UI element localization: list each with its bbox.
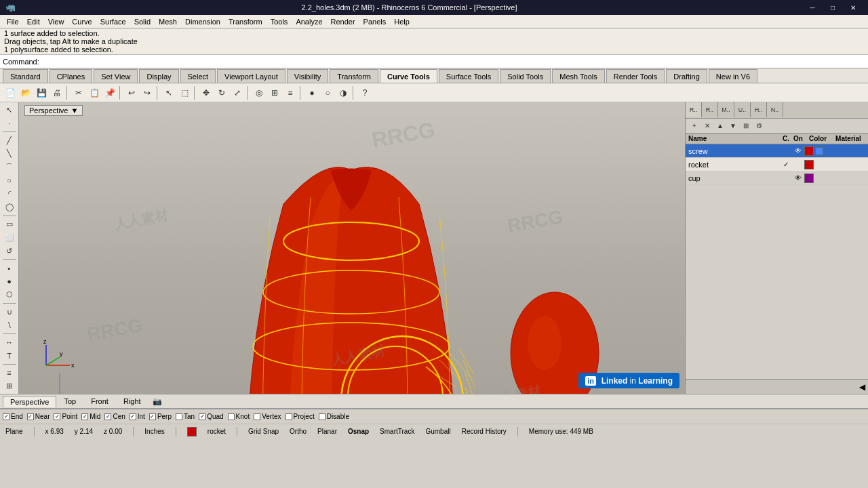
help-icon[interactable]: ? [357, 85, 372, 100]
rp-tab-2[interactable]: M.. [718, 102, 734, 117]
toolbar-tab-display[interactable]: Display [139, 69, 178, 83]
select-tool[interactable]: ↖ [1, 104, 18, 117]
snap-int[interactable]: Int [130, 413, 145, 420]
rp-tab-0[interactable]: R.. [686, 102, 702, 117]
snap-tan[interactable]: Tan [176, 413, 195, 420]
print-icon[interactable]: 🖨 [50, 85, 64, 100]
menu-item-mesh[interactable]: Mesh [155, 17, 181, 26]
rp-delete-layer[interactable]: ✕ [701, 120, 713, 132]
snap-knot[interactable]: Knot [228, 413, 250, 420]
boolean-union-tool[interactable]: ∪ [1, 306, 18, 319]
toolbar-tab-mesh-tools[interactable]: Mesh Tools [552, 69, 604, 83]
layer-color-rocket[interactable] [804, 160, 814, 169]
menu-item-analyze[interactable]: Analyze [292, 17, 326, 26]
rp-settings[interactable]: ⚙ [753, 120, 765, 132]
analysis-tool[interactable]: ≡ [1, 367, 18, 380]
toolbar-tab-drafting[interactable]: Drafting [666, 69, 707, 83]
ortho-label[interactable]: Ortho [290, 428, 307, 435]
rp-tab-5[interactable]: N.. [767, 102, 783, 117]
toolbar-tab-curve-tools[interactable]: Curve Tools [380, 69, 437, 83]
toolbar-tab-set-view[interactable]: Set View [94, 69, 138, 83]
menu-item-tools[interactable]: Tools [267, 17, 292, 26]
minimize-button[interactable]: ─ [803, 2, 822, 13]
menu-item-help[interactable]: Help [390, 17, 414, 26]
snap-cb-disable[interactable] [319, 413, 326, 420]
open-icon[interactable]: 📂 [18, 85, 33, 100]
layer-on-screw[interactable]: 👁 [792, 147, 804, 155]
maximize-button[interactable]: □ [823, 2, 842, 13]
snap-near[interactable]: Near [27, 413, 50, 420]
snap-cen[interactable]: Cen [104, 413, 125, 420]
layer-row-rocket[interactable]: rocket ✓ [686, 158, 868, 171]
snap-quad[interactable]: Quad [199, 413, 223, 420]
snap-cb-mid[interactable] [81, 413, 88, 420]
viewport-dropdown-icon[interactable]: ▼ [71, 106, 78, 115]
rp-tab-1[interactable]: R.. [702, 102, 718, 117]
toolbar-tab-new-in-v6[interactable]: New in V6 [709, 69, 757, 83]
snap-cb-project[interactable] [285, 413, 292, 420]
vp-camera-icon[interactable]: 📷 [151, 395, 163, 407]
ellipse-tool[interactable]: ◯ [1, 201, 18, 214]
layer-color-screw[interactable] [804, 146, 814, 156]
viewport-area[interactable]: Perspective ▼ [19, 102, 685, 394]
snap-cb-point[interactable] [54, 413, 60, 420]
snap-cb-near[interactable] [27, 413, 34, 420]
toolbar-tab-solid-tools[interactable]: Solid Tools [500, 69, 551, 83]
snap-cb-quad[interactable] [199, 413, 205, 420]
planar-label[interactable]: Planar [317, 428, 337, 435]
layer-row-cup[interactable]: cup 👁 [686, 171, 868, 185]
grid-icon[interactable]: ⊞ [267, 85, 282, 100]
undo-icon[interactable]: ↩ [124, 85, 139, 100]
snap-cb-tan[interactable] [176, 413, 182, 420]
snap-end[interactable]: End [3, 413, 23, 420]
rp-down[interactable]: ▼ [727, 120, 739, 132]
snap-project[interactable]: Project [285, 413, 315, 420]
snap-cb-int[interactable] [130, 413, 136, 420]
wire-icon[interactable]: ○ [320, 85, 335, 100]
curve-tool[interactable]: ⌒ [1, 161, 18, 174]
layer-material-color-screw[interactable] [815, 147, 823, 155]
boolean-diff-tool[interactable]: ∖ [1, 319, 18, 332]
toolbar-tab-viewport-layout[interactable]: Viewport Layout [217, 69, 285, 83]
layer-icon[interactable]: ≡ [283, 85, 298, 100]
toolbar-tab-surface-tools[interactable]: Surface Tools [439, 69, 498, 83]
toolbar-tab-select[interactable]: Select [180, 69, 216, 83]
toolbar-tab-cplanes[interactable]: CPlanes [50, 69, 93, 83]
snap-cb-perp[interactable] [149, 413, 156, 420]
snap-cb-knot[interactable] [228, 413, 235, 420]
record-history-label[interactable]: Record History [462, 428, 507, 435]
extrude-tool[interactable]: ⬜ [1, 231, 18, 244]
cut-icon[interactable]: ✂ [71, 85, 86, 100]
circle-tool[interactable]: ○ [1, 174, 18, 187]
vp-tab-front[interactable]: Front [83, 395, 116, 407]
menu-item-panels[interactable]: Panels [359, 17, 391, 26]
gumball-label[interactable]: Gumball [425, 428, 450, 435]
rp-new-layer[interactable]: + [688, 120, 701, 132]
copy-icon[interactable]: 📋 [87, 85, 102, 100]
toolbar-tab-standard[interactable]: Standard [3, 69, 48, 83]
rp-filter[interactable]: ⊞ [740, 120, 752, 132]
dim-tool[interactable]: ↔ [1, 336, 18, 349]
layer-color-cup[interactable] [804, 174, 814, 183]
rp-up[interactable]: ▲ [714, 120, 726, 132]
osnap-toggle-icon[interactable]: ◎ [252, 85, 267, 100]
new-icon[interactable]: 📄 [3, 85, 18, 100]
revolve-tool[interactable]: ↺ [1, 245, 18, 258]
layer-on-cup[interactable]: 👁 [792, 174, 804, 182]
toolbar-tab-render-tools[interactable]: Render Tools [606, 69, 665, 83]
surface-tool[interactable]: ▭ [1, 218, 18, 231]
menu-item-dimension[interactable]: Dimension [181, 17, 224, 26]
layer-row-screw[interactable]: screw 👁 [686, 144, 868, 158]
viewport-label[interactable]: Perspective ▼ [24, 105, 83, 116]
snap-point[interactable]: Point [54, 413, 77, 420]
vp-tab-perspective[interactable]: Perspective [3, 396, 56, 407]
sphere-tool[interactable]: ● [1, 275, 18, 288]
menu-item-curve[interactable]: Curve [68, 17, 96, 26]
grid-toggle-tool[interactable]: ⊞ [1, 380, 18, 393]
save-icon[interactable]: 💾 [34, 85, 49, 100]
snap-disable[interactable]: Disable [319, 413, 349, 420]
snap-cb-cen[interactable] [104, 413, 111, 420]
rp-collapse-arrow[interactable]: ◀ [859, 382, 865, 392]
menu-item-file[interactable]: File [3, 17, 23, 26]
snap-cb-end[interactable] [3, 413, 9, 420]
